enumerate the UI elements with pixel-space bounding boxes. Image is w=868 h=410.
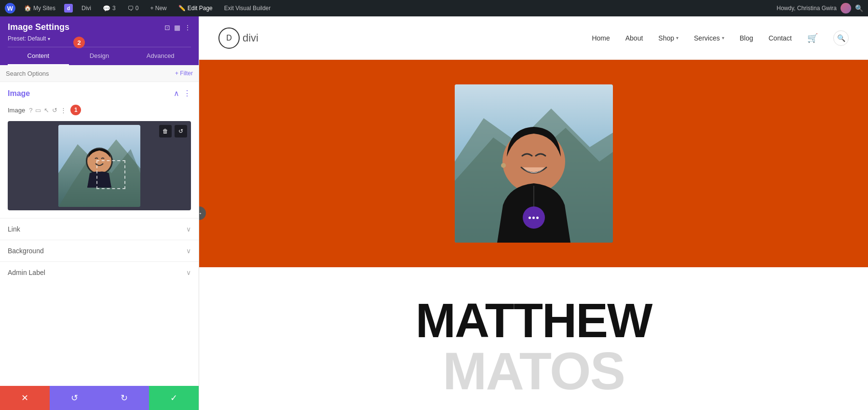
page-content: MATTHEW MATOS [199, 60, 868, 410]
sidebar-title-row: Image Settings ⊡ ▦ ⋮ [8, 22, 191, 32]
wordpress-icon[interactable]: W [5, 3, 15, 14]
nav-services[interactable]: Services ▾ [694, 34, 724, 42]
nav-shop[interactable]: Shop ▾ [658, 34, 678, 42]
preset-row: Preset: Default ▾ [8, 35, 191, 42]
admin-label-label: Admin Label [8, 269, 45, 276]
image-section-title: Image [8, 89, 30, 98]
cart-icon[interactable]: 🛒 [807, 33, 818, 43]
image-overlay-controls: 🗑 ↺ [159, 125, 187, 137]
logo-text: divi [243, 32, 258, 44]
save-button[interactable]: ✓ [149, 386, 199, 410]
sidebar-actions: ✕ ↺ ↻ ✓ [0, 386, 199, 410]
site-nav: Home About Shop ▾ Services ▾ Blog Contac [592, 30, 849, 46]
image-label: Image [8, 107, 25, 114]
nav-search-button[interactable]: 🔍 [833, 30, 849, 46]
filter-button[interactable]: + Filter [175, 70, 193, 77]
image-upload-area[interactable]: 🗑 ↺ [8, 121, 191, 210]
new-item[interactable]: + New [147, 0, 169, 16]
float-bubble-menu[interactable] [523, 206, 545, 229]
preset-label: Preset: Default [8, 35, 46, 42]
divi-icon[interactable]: d [64, 4, 73, 13]
comments-zero-item[interactable]: 🗨 0 [124, 0, 142, 16]
content-area: ↔ D divi Home About Shop ▾ Services [199, 16, 868, 410]
tab-design[interactable]: Design [69, 47, 130, 65]
divi-item[interactable]: Divi [79, 0, 94, 16]
link-accordion[interactable]: Link ∨ [0, 218, 199, 240]
name-line2: MATOS [443, 344, 624, 397]
nav-blog[interactable]: Blog [740, 34, 753, 42]
admin-label-accordion[interactable]: Admin Label ∨ [0, 261, 199, 283]
my-sites-item[interactable]: 🏠 My Sites [21, 0, 58, 16]
tab-content[interactable]: Content [8, 47, 69, 65]
redo-button[interactable]: ↻ [99, 386, 149, 410]
white-section: MATTHEW MATOS [199, 267, 868, 407]
sidebar-tabs: Content Design Advanced [8, 47, 191, 65]
nav-contact[interactable]: Contact [769, 34, 792, 42]
undo-button[interactable]: ↺ [50, 386, 99, 410]
image-label-row: Image ? ▭ ↖ ↺ ⋮ 1 [0, 103, 199, 119]
sidebar: 2 Image Settings ⊡ ▦ ⋮ Preset: Default ▾… [0, 16, 199, 410]
background-chevron-icon: ∨ [186, 247, 191, 255]
search-icon[interactable]: 🔍 [855, 4, 863, 12]
reset-icon[interactable]: ↺ [52, 107, 57, 114]
sidebar-header: Image Settings ⊡ ▦ ⋮ Preset: Default ▾ C… [0, 16, 199, 65]
background-accordion[interactable]: Background ∨ [0, 240, 199, 261]
link-chevron-icon: ∨ [186, 225, 191, 233]
more-icon[interactable]: ⋮ [184, 24, 191, 31]
sidebar-title-icons: ⊡ ▦ ⋮ [164, 24, 191, 31]
dot-2 [532, 217, 535, 219]
logo-circle: D [218, 27, 240, 49]
nav-home[interactable]: Home [592, 34, 610, 42]
admin-label-chevron-icon: ∨ [186, 269, 191, 276]
dot-1 [529, 217, 531, 219]
main-layout: 2 Image Settings ⊡ ▦ ⋮ Preset: Default ▾… [0, 16, 868, 410]
background-label: Background [8, 247, 44, 255]
delete-image-button[interactable]: 🗑 [159, 125, 172, 137]
search-input[interactable] [6, 70, 175, 77]
cursor-icon[interactable]: ↖ [44, 107, 49, 114]
section-more-icon[interactable]: ⋮ [183, 89, 191, 98]
comments-item[interactable]: 💬 3 [100, 0, 119, 16]
sidebar-title: Image Settings [8, 22, 69, 32]
edit-page-item[interactable]: ✏️ Edit Page [176, 0, 216, 16]
image-label-icons: ? ▭ ↖ ↺ ⋮ [29, 107, 67, 114]
more-dots-icon[interactable]: ⋮ [60, 107, 67, 114]
collapse-icon[interactable]: ∧ [174, 89, 179, 98]
name-line1: MATTHEW [416, 296, 652, 344]
svg-point-9 [501, 163, 506, 168]
hero-section [199, 60, 868, 267]
image-upload-inner: 🗑 ↺ [8, 121, 191, 210]
cancel-button[interactable]: ✕ [0, 386, 50, 410]
exit-builder-item[interactable]: Exit Visual Builder [221, 0, 274, 16]
dot-menu [529, 217, 539, 219]
badge-2: 2 [73, 37, 85, 48]
link-label: Link [8, 225, 20, 233]
admin-bar-right: Howdy, Christina Gwira 🔍 [777, 3, 863, 14]
services-chevron-icon: ▾ [722, 35, 724, 41]
sidebar-content: Image ∧ ⋮ Image ? ▭ ↖ ↺ ⋮ 1 [0, 82, 199, 386]
help-icon[interactable]: ? [29, 107, 32, 114]
user-avatar[interactable] [841, 3, 851, 14]
search-input-wrap [6, 69, 175, 78]
site-navbar: D divi Home About Shop ▾ Services ▾ [199, 16, 868, 60]
site-logo: D divi [218, 27, 258, 49]
nav-about[interactable]: About [625, 34, 643, 42]
uploaded-image [58, 125, 140, 207]
admin-bar: W 🏠 My Sites d Divi 💬 3 🗨 0 + New ✏️ Edi… [0, 0, 868, 16]
mobile-icon[interactable]: ▭ [35, 107, 41, 114]
expand-icon[interactable]: ⊡ [164, 24, 170, 31]
undo-image-button[interactable]: ↺ [175, 125, 187, 137]
image-section-header: Image ∧ ⋮ [0, 82, 199, 103]
section-controls: ∧ ⋮ [174, 89, 191, 98]
preset-chevron: ▾ [48, 36, 50, 41]
shop-chevron-icon: ▾ [676, 35, 678, 41]
layout-icon[interactable]: ▦ [174, 24, 180, 31]
sidebar-search: + Filter [0, 65, 199, 82]
dot-3 [536, 217, 539, 219]
tab-advanced[interactable]: Advanced [130, 47, 191, 65]
badge-1: 1 [70, 105, 81, 115]
